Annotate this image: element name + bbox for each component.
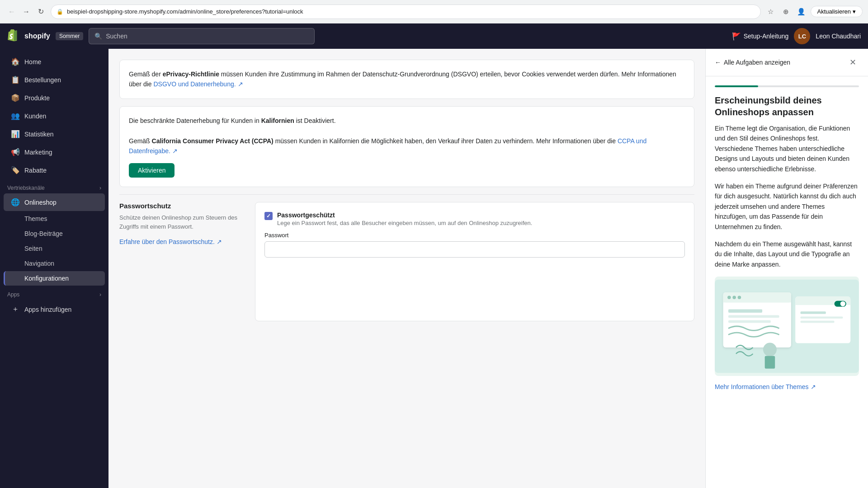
svg-point-5 xyxy=(732,296,736,300)
main-layout: 🏠 Home 📋 Bestellungen 📦 Produkte 👥 Kunde… xyxy=(0,49,868,488)
svg-rect-14 xyxy=(801,316,843,319)
sidebar-produkte-label: Produkte xyxy=(24,94,50,102)
password-input[interactable] xyxy=(264,241,685,258)
right-panel-title: Erscheinungsbild deines Onlineshops anpa… xyxy=(715,94,859,118)
checkbox-label: Passwortgeschützt xyxy=(277,211,532,219)
mehr-info-icon: ↗ xyxy=(811,383,816,390)
content-area: Gemäß der ePrivacy-Richtlinie müssen Kun… xyxy=(108,49,705,488)
apps-label: Apps xyxy=(7,291,19,298)
sidebar-item-home[interactable]: 🏠 Home xyxy=(4,53,105,70)
sidebar-item-apps-add[interactable]: ＋ Apps hinzufügen xyxy=(4,300,105,319)
sidebar-item-produkte[interactable]: 📦 Produkte xyxy=(4,89,105,107)
dsgvo-link[interactable]: DSGVO und Datenerhebung. ↗ xyxy=(153,80,243,88)
expand-icon: › xyxy=(99,185,101,191)
marketing-icon: 📢 xyxy=(11,148,20,156)
california-card-content: Die beschränkte Datenerhebung für Kunden… xyxy=(129,116,685,156)
ccpa-text3: Gemäß xyxy=(129,137,152,145)
password-label: Passwort xyxy=(264,232,685,239)
eprivacy-card: Gemäß der ePrivacy-Richtlinie müssen Kun… xyxy=(119,60,694,99)
ccpa-text4: müssen Kunden in Kalifornien die Möglich… xyxy=(274,137,618,145)
address-bar[interactable]: 🔒 beispiel-dropshipping-store.myshopify.… xyxy=(51,5,761,19)
sidebar-item-onlineshop[interactable]: 🌐 Onlineshop xyxy=(4,193,105,211)
apps-add-label: Apps hinzufügen xyxy=(24,306,71,313)
svg-rect-19 xyxy=(765,356,775,369)
apps-expand-icon: › xyxy=(99,291,101,298)
browser-actions: ☆ ⊕ 👤 Aktualisieren ▾ xyxy=(764,5,863,18)
search-icon: 🔍 xyxy=(94,33,102,40)
passwortschutz-title: Passwortschutz xyxy=(119,202,246,210)
user-avatar[interactable]: LC xyxy=(794,28,810,44)
sidebar-item-kunden[interactable]: 👥 Kunden xyxy=(4,107,105,125)
right-panel-header: ← Alle Aufgaben anzeigen ✕ xyxy=(706,49,868,76)
ccpa-bold: California Consumer Privacy Act (CCPA) xyxy=(152,137,274,145)
aktualisieren-button[interactable]: Aktualisieren ▾ xyxy=(811,6,863,17)
checkbox-desc: Lege ein Passwort fest, das alle Besuche… xyxy=(277,220,532,226)
sidebar-rabatte-label: Rabatte xyxy=(24,167,47,174)
extensions-button[interactable]: ⊕ xyxy=(780,5,793,18)
url-text: beispiel-dropshipping-store.myshopify.co… xyxy=(67,8,303,15)
user-initials: LC xyxy=(798,33,806,40)
user-name: Leon Chaudhari xyxy=(816,33,861,40)
apps-section: Apps › xyxy=(0,286,108,300)
sidebar-item-statistiken[interactable]: 📊 Statistiken xyxy=(4,125,105,143)
svg-rect-13 xyxy=(801,311,826,314)
sidebar-onlineshop-label: Onlineshop xyxy=(24,199,57,206)
back-to-tasks-button[interactable]: ← Alle Aufgaben anzeigen xyxy=(715,59,790,66)
back-button[interactable]: ← xyxy=(5,5,18,18)
progress-bar xyxy=(715,85,859,87)
passwortschutz-section: Passwortschutz Schütze deinen Onlineshop… xyxy=(119,202,694,328)
shopify-logo: shopify xyxy=(7,29,50,43)
eprivacy-bold: ePrivacy-Richtlinie xyxy=(163,70,219,78)
aktivieren-button[interactable]: Aktivieren xyxy=(129,163,175,178)
svg-rect-8 xyxy=(728,315,779,318)
aktualisieren-label: Aktualisieren xyxy=(817,8,851,15)
sidebar-item-marketing[interactable]: 📢 Marketing xyxy=(4,143,105,161)
sidebar-home-label: Home xyxy=(24,58,41,66)
bookmark-button[interactable]: ☆ xyxy=(764,5,777,18)
right-panel-body2: Wir haben ein Theme aufgrund deiner Präf… xyxy=(715,181,859,232)
products-icon: 📦 xyxy=(11,94,20,102)
passwortschutz-meta: Passwortschutz Schütze deinen Onlineshop… xyxy=(119,202,246,328)
blog-label: Blog-Beiträge xyxy=(24,230,63,237)
forward-button[interactable]: → xyxy=(20,5,33,18)
setup-link[interactable]: 🚩 Setup-Anleitung xyxy=(732,32,789,41)
external-link-icon: ↗ xyxy=(238,80,243,88)
cali-text1: Die beschränkte Datenerhebung für Kunden… xyxy=(129,117,261,124)
checkbox-row: Passwortgeschützt Lege ein Passwort fest… xyxy=(264,211,685,226)
passwort-card: Passwortgeschützt Lege ein Passwort fest… xyxy=(255,202,694,321)
checkbox-content: Passwortgeschützt Lege ein Passwort fest… xyxy=(277,211,532,226)
konfigurationen-label: Konfigurationen xyxy=(24,275,69,282)
svg-point-17 xyxy=(840,301,845,306)
mehr-info-link[interactable]: Mehr Informationen über Themes ↗ xyxy=(715,383,859,390)
svg-point-4 xyxy=(727,296,731,300)
sidebar-item-navigation[interactable]: Navigation xyxy=(4,256,105,271)
reload-button[interactable]: ↻ xyxy=(34,5,47,18)
sidebar-item-rabatte[interactable]: 🏷️ Rabatte xyxy=(4,161,105,179)
passwortschutz-desc: Schütze deinen Onlineshop zum Steuern de… xyxy=(119,213,246,231)
online-store-icon: 🌐 xyxy=(11,198,20,206)
app-shell: shopify Sommer 🔍 Suchen 🚩 Setup-Anleitun… xyxy=(0,23,868,488)
passwortschutz-external-icon: ↗ xyxy=(217,238,222,245)
back-arrow-icon: ← xyxy=(715,59,721,66)
passwort-checkbox[interactable] xyxy=(264,212,273,220)
right-panel: ← Alle Aufgaben anzeigen ✕ Erscheinungsb… xyxy=(705,49,868,488)
sidebar-item-themes[interactable]: Themes xyxy=(4,211,105,226)
sidebar-item-blog-beitraege[interactable]: Blog-Beiträge xyxy=(4,226,105,241)
stats-icon: 📊 xyxy=(11,130,20,138)
svg-rect-7 xyxy=(728,310,762,313)
sidebar-item-seiten[interactable]: Seiten xyxy=(4,241,105,256)
eprivacy-card-content: Gemäß der ePrivacy-Richtlinie müssen Kun… xyxy=(129,69,685,89)
close-panel-button[interactable]: ✕ xyxy=(846,56,859,69)
browser-chrome: ← → ↻ 🔒 beispiel-dropshipping-store.mysh… xyxy=(0,0,868,23)
sidebar-item-konfigurationen[interactable]: Konfigurationen xyxy=(4,271,105,286)
themes-label: Themes xyxy=(24,215,47,222)
california-card: Die beschränkte Datenerhebung für Kunden… xyxy=(119,106,694,188)
home-icon: 🏠 xyxy=(11,57,20,66)
search-bar[interactable]: 🔍 Suchen xyxy=(89,28,315,44)
passwortschutz-link[interactable]: Erfahre über den Passwortschutz. ↗ xyxy=(119,238,222,245)
sidebar-item-bestellungen[interactable]: 📋 Bestellungen xyxy=(4,71,105,89)
right-panel-body1: Ein Theme legt die Organisation, die Fun… xyxy=(715,123,859,174)
profile-button[interactable]: 👤 xyxy=(795,5,808,18)
flag-icon: 🚩 xyxy=(732,32,741,41)
mehr-info-text: Mehr Informationen über Themes xyxy=(715,383,809,390)
